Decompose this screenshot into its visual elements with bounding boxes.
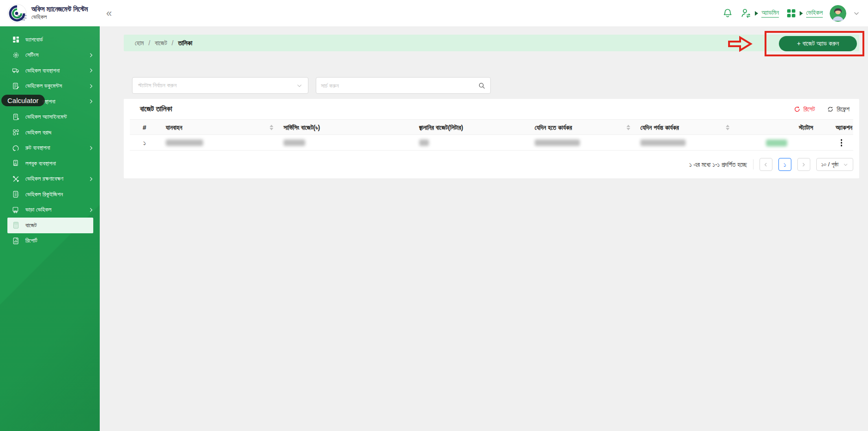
app-title-block: অফিস ম্যানেজমেন্ট সিস্টেম ভেহিকল (31, 5, 88, 22)
workspace-link[interactable]: ভেহিকল (806, 9, 823, 18)
status-filter-select[interactable]: স্ট্যাটাস নির্বাচন করুন (132, 77, 308, 94)
column-effective-to[interactable]: যেদিন পর্যন্ত কার্যকর (634, 120, 733, 135)
truck-icon (12, 67, 20, 74)
sidebar-item-report[interactable]: রিপোর্ট (0, 233, 100, 249)
card-tools: রিসেট রিফ্রেশ (794, 105, 850, 113)
avatar[interactable] (830, 5, 846, 22)
breadcrumb-budget[interactable]: বাজেট (155, 39, 167, 47)
budget-list-card: বাজেট তালিকা রিসেট রিফ্র (124, 99, 859, 178)
rental-car-icon (12, 206, 20, 214)
column-action: অ্যাকশন (820, 120, 853, 135)
search-icon[interactable] (478, 82, 486, 90)
sort-icon[interactable] (726, 125, 729, 130)
refresh-icon (827, 106, 834, 113)
chevron-left-icon (763, 162, 768, 167)
column-effective-from[interactable]: যেদিন হতে কার্যকর (528, 120, 634, 135)
chevron-right-icon (89, 84, 94, 89)
row-effective-to-redacted (634, 135, 733, 151)
file-plus-icon (12, 113, 20, 121)
sidebar-item-budget[interactable]: বাজেট (7, 218, 93, 233)
top-header: Microcredit Regulatory Authority অফিস ম্… (0, 0, 868, 26)
sidebar-item-vehicle-assignment[interactable]: ভেহিকল অ্যাসাইনমেন্ট (0, 109, 100, 125)
user-switch-icon[interactable] (740, 7, 752, 19)
table-row: ১ (130, 135, 853, 151)
app-subtitle: ভেহিকল (31, 13, 88, 21)
chevron-down-icon (296, 83, 302, 89)
row-serial: ১ (130, 135, 159, 151)
reset-icon (794, 106, 801, 113)
table-header-row: # যানবাহন সার্ভিসিং বাজেট(৳) জ্বালানির ব… (130, 119, 853, 135)
row-fuel-budget-redacted (413, 135, 528, 151)
status-filter-placeholder: স্ট্যাটাস নির্বাচন করুন (138, 82, 296, 89)
add-budget-button[interactable]: + বাজেট অ্যাড করুন (779, 36, 857, 51)
search-input[interactable] (321, 82, 478, 89)
chevron-right-icon (89, 68, 94, 73)
admin-switcher: অ্যাডমিন (740, 7, 779, 19)
card-header: বাজেট তালিকা রিসেট রিফ্র (130, 99, 853, 119)
annotation-arrow-icon (728, 36, 753, 52)
chevron-right-icon (89, 53, 94, 58)
chevron-right-icon (89, 207, 94, 212)
sidebar-nav: ড্যাশবোর্ড সেটিংস ভেহিকল ব্যবস্থাপনা (0, 26, 100, 431)
play-separator-icon (800, 11, 803, 16)
logbook-icon (12, 159, 20, 167)
report-icon (12, 237, 20, 245)
chevron-down-icon[interactable] (853, 10, 860, 17)
refresh-button[interactable]: রিফ্রেশ (827, 105, 850, 113)
bell-icon[interactable] (722, 8, 733, 19)
sidebar-item-rental-vehicle[interactable]: ভাড়া ভেহিকল (0, 202, 100, 218)
sidebar-item-vehicle-management[interactable]: ভেহিকল ব্যবস্থাপনা (0, 63, 100, 79)
row-actions (820, 135, 853, 151)
sidebar-item-vehicle-documents[interactable]: ভেহিকেল ডকুমেন্টস (0, 79, 100, 94)
calculator-tooltip: Calculator (1, 95, 45, 106)
allocation-icon (12, 128, 20, 136)
pagination: ১ এর মধ্যে ১-১ প্রদর্শিত হচ্ছে ১ ১০ / পৃ… (130, 158, 853, 171)
breadcrumb-home[interactable]: হোম (135, 39, 144, 47)
calculator-icon (12, 221, 20, 229)
kebab-menu-icon[interactable] (839, 137, 844, 148)
sidebar-item-vehicle-allocation[interactable]: ভেহিকল বরাদ্দ (0, 125, 100, 140)
card-title: বাজেট তালিকা (140, 105, 172, 113)
next-page-button[interactable] (797, 158, 810, 171)
route-icon (12, 144, 20, 152)
requisition-icon (12, 190, 20, 198)
tools-icon (12, 175, 20, 183)
sort-icon[interactable] (270, 125, 273, 130)
breadcrumb-separator: / (148, 39, 150, 47)
header-actions: অ্যাডমিন ভেহিকল (722, 5, 868, 22)
column-status: স্ট্যাটাস (733, 120, 820, 135)
reset-button[interactable]: রিসেট (794, 105, 815, 113)
gear-icon (12, 51, 20, 59)
sidebar-item-logbook-management[interactable]: লগবুক ব্যবস্থাপনা (0, 156, 100, 171)
play-separator-icon (755, 11, 758, 16)
brand: Microcredit Regulatory Authority অফিস ম্… (0, 4, 100, 23)
sort-icon[interactable] (627, 125, 630, 130)
sidebar-item-vehicle-requisition[interactable]: ভেহিকল রিকুইজিশন (0, 187, 100, 202)
pagination-summary: ১ এর মধ্যে ১-১ প্রদর্শিত হচ্ছে (689, 161, 747, 169)
breadcrumb-separator: / (172, 39, 174, 47)
app-title: অফিস ম্যানেজমেন্ট সিস্টেম (31, 5, 88, 14)
sidebar-item-route-management[interactable]: রুট ব্যবস্থাপনা (0, 140, 100, 156)
prev-page-button[interactable] (760, 158, 772, 171)
app-window: Microcredit Regulatory Authority অফিস ম্… (0, 0, 868, 431)
sidebar-item-settings[interactable]: সেটিংস (0, 48, 100, 63)
page-1-button[interactable]: ১ (778, 158, 791, 171)
chevron-right-icon (89, 99, 94, 104)
row-vehicle-redacted (159, 135, 277, 151)
sidebar-item-vehicle-maintenance[interactable]: ভেহিকল রক্ষণাবেক্ষণ (0, 171, 100, 187)
row-status-badge (733, 135, 820, 151)
column-fuel-budget: জ্বালানির বাজেট(লিটার) (413, 120, 528, 135)
page-size-select[interactable]: ১০ / পৃষ্ঠা (816, 158, 853, 171)
column-servicing-budget: সার্ভিসিং বাজেট(৳) (277, 120, 413, 135)
column-vehicle[interactable]: যানবাহন (159, 120, 277, 135)
admin-link[interactable]: অ্যাডমিন (761, 9, 779, 18)
pagination-divider (753, 159, 753, 170)
chevron-right-icon (89, 146, 94, 151)
sidebar-collapse-icon[interactable]: « (106, 8, 112, 18)
apps-grid-icon[interactable] (786, 8, 796, 18)
dashboard-icon (12, 36, 20, 43)
workspace-switcher: ভেহিকল (786, 8, 823, 18)
chevron-right-icon (89, 176, 94, 182)
sidebar-item-dashboard[interactable]: ড্যাশবোর্ড (0, 32, 100, 48)
chevron-right-icon (801, 162, 806, 167)
